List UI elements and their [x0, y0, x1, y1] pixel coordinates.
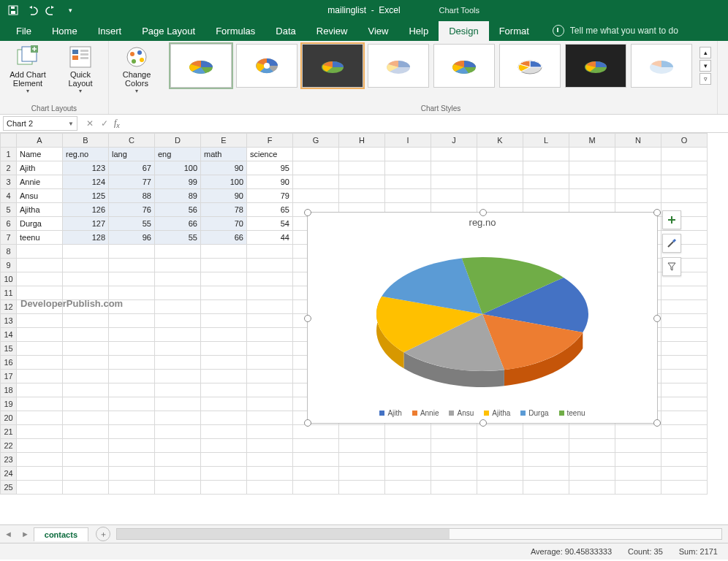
- cell-C5[interactable]: 76: [109, 203, 155, 217]
- formula-input[interactable]: [124, 116, 728, 131]
- cell-J21[interactable]: [431, 425, 477, 439]
- sheet-tab-contacts[interactable]: contacts: [34, 527, 88, 541]
- new-sheet-button[interactable]: ＋: [96, 527, 110, 541]
- cell-N2[interactable]: [615, 161, 661, 175]
- column-header-G[interactable]: G: [293, 134, 339, 148]
- cell-H25[interactable]: [339, 481, 385, 495]
- cell-B16[interactable]: [63, 356, 109, 370]
- cell-H24[interactable]: [339, 467, 385, 481]
- tab-insert[interactable]: Insert: [88, 21, 132, 41]
- cell-L25[interactable]: [523, 481, 569, 495]
- cell-F19[interactable]: [247, 397, 293, 411]
- cell-O2[interactable]: [661, 161, 708, 175]
- legend-item[interactable]: Ajith: [379, 409, 401, 417]
- resize-handle-se[interactable]: [653, 419, 661, 427]
- cell-E12[interactable]: [201, 300, 247, 314]
- cell-D2[interactable]: 100: [155, 161, 201, 175]
- cell-C24[interactable]: [109, 467, 155, 481]
- cell-C17[interactable]: [109, 370, 155, 383]
- cell-C20[interactable]: [109, 411, 155, 425]
- cell-D25[interactable]: [155, 481, 201, 495]
- cell-E22[interactable]: [201, 439, 247, 453]
- cell-E21[interactable]: [201, 425, 247, 439]
- cell-B24[interactable]: [63, 467, 109, 481]
- cell-E19[interactable]: [201, 397, 247, 411]
- chart-title[interactable]: reg.no: [308, 217, 657, 228]
- cell-H4[interactable]: [339, 189, 385, 203]
- column-header-M[interactable]: M: [569, 134, 615, 148]
- cell-C25[interactable]: [109, 481, 155, 495]
- cell-E1[interactable]: math: [201, 148, 247, 161]
- switch-row-column-button[interactable]: Switch Row/ Column: [724, 44, 728, 96]
- chart-style-3[interactable]: [302, 44, 363, 88]
- cell-B7[interactable]: 128: [63, 231, 109, 245]
- cell-D5[interactable]: 56: [155, 203, 201, 217]
- resize-handle-e[interactable]: [653, 315, 661, 322]
- add-chart-element-button[interactable]: Add Chart Element▾: [6, 44, 50, 94]
- cell-F24[interactable]: [247, 467, 293, 481]
- cell-J25[interactable]: [431, 481, 477, 495]
- sheet-nav-prev-icon[interactable]: ◄: [0, 530, 17, 538]
- cell-A14[interactable]: [17, 328, 63, 342]
- cell-C8[interactable]: [109, 245, 155, 259]
- gallery-expand[interactable]: ▿: [699, 73, 711, 85]
- cell-D12[interactable]: [155, 300, 201, 314]
- cell-K2[interactable]: [477, 161, 523, 175]
- column-header-B[interactable]: B: [63, 134, 109, 148]
- gallery-scroll-up[interactable]: ▴: [699, 47, 711, 58]
- cell-M25[interactable]: [569, 481, 615, 495]
- select-all-corner[interactable]: [1, 134, 17, 148]
- cell-N25[interactable]: [615, 481, 661, 495]
- cell-I3[interactable]: [385, 175, 431, 189]
- cell-O20[interactable]: [661, 411, 708, 425]
- cell-F11[interactable]: [247, 286, 293, 300]
- cell-D17[interactable]: [155, 370, 201, 383]
- cell-A7[interactable]: teenu: [17, 231, 63, 245]
- cell-M22[interactable]: [569, 439, 615, 453]
- legend-item[interactable]: Durga: [520, 409, 548, 417]
- cell-D11[interactable]: [155, 286, 201, 300]
- column-header-A[interactable]: A: [17, 134, 63, 148]
- row-header-8[interactable]: 8: [1, 245, 17, 259]
- tab-home[interactable]: Home: [42, 21, 88, 41]
- enter-formula-icon[interactable]: ✓: [101, 118, 108, 129]
- legend-item[interactable]: Ajitha: [484, 409, 510, 417]
- cell-F3[interactable]: 90: [247, 175, 293, 189]
- cell-E2[interactable]: 90: [201, 161, 247, 175]
- cell-B6[interactable]: 127: [63, 217, 109, 231]
- embedded-chart[interactable]: reg.no AjithAnnieAnsuAjithaDurgateenu: [307, 212, 658, 424]
- cell-C13[interactable]: [109, 314, 155, 328]
- cell-D9[interactable]: [155, 259, 201, 272]
- row-header-23[interactable]: 23: [1, 453, 17, 467]
- cell-C10[interactable]: [109, 272, 155, 286]
- cell-N21[interactable]: [615, 425, 661, 439]
- resize-handle-w[interactable]: [304, 315, 311, 322]
- cell-D19[interactable]: [155, 397, 201, 411]
- cell-F21[interactable]: [247, 425, 293, 439]
- row-header-14[interactable]: 14: [1, 328, 17, 342]
- cell-C18[interactable]: [109, 383, 155, 397]
- cell-B14[interactable]: [63, 328, 109, 342]
- cell-G2[interactable]: [293, 161, 339, 175]
- cell-K4[interactable]: [477, 189, 523, 203]
- cell-I24[interactable]: [385, 467, 431, 481]
- cell-E8[interactable]: [201, 245, 247, 259]
- cell-A8[interactable]: [17, 245, 63, 259]
- cell-C22[interactable]: [109, 439, 155, 453]
- cell-B8[interactable]: [63, 245, 109, 259]
- cell-B11[interactable]: [63, 286, 109, 300]
- cell-B3[interactable]: 124: [63, 175, 109, 189]
- cell-D16[interactable]: [155, 356, 201, 370]
- cell-C4[interactable]: 88: [109, 189, 155, 203]
- cell-D23[interactable]: [155, 453, 201, 467]
- cell-B15[interactable]: [63, 342, 109, 356]
- cell-O3[interactable]: [661, 175, 708, 189]
- cell-N4[interactable]: [615, 189, 661, 203]
- cell-D18[interactable]: [155, 383, 201, 397]
- cell-B18[interactable]: [63, 383, 109, 397]
- worksheet-grid[interactable]: ABCDEFGHIJKLMNO1Namereg.nolangengmathsci…: [0, 133, 728, 524]
- cell-E18[interactable]: [201, 383, 247, 397]
- cell-D10[interactable]: [155, 272, 201, 286]
- cell-M1[interactable]: [569, 148, 615, 161]
- row-header-17[interactable]: 17: [1, 370, 17, 383]
